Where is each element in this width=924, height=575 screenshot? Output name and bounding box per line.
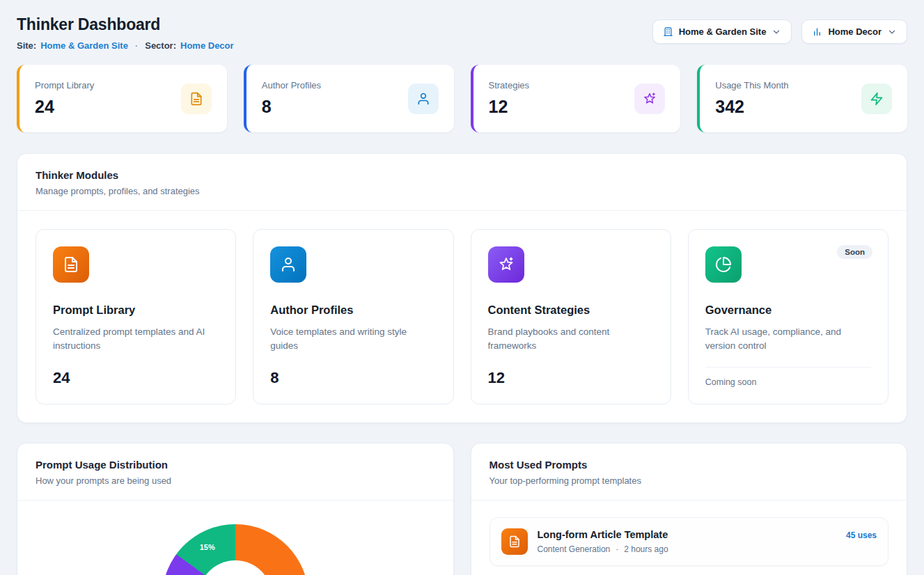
pie-chart-icon xyxy=(705,246,742,283)
bottom-row: Prompt Usage Distribution How your promp… xyxy=(17,443,907,575)
building-icon xyxy=(663,26,673,37)
stat-label: Author Profiles xyxy=(262,80,321,90)
sparkle-star-icon xyxy=(634,84,665,114)
stat-card-prompt-library: Prompt Library 24 xyxy=(17,65,227,132)
header-left: Thinker Dashboard Site: Home & Garden Si… xyxy=(17,15,234,51)
module-count: 24 xyxy=(53,369,219,387)
prompt-uses-badge: 45 uses xyxy=(846,530,877,540)
section-subtitle: Manage prompts, profiles, and strategies xyxy=(36,186,888,196)
header: Thinker Dashboard Site: Home & Garden Si… xyxy=(17,15,907,51)
usage-chart-area: 15% xyxy=(17,501,453,575)
stat-value: 12 xyxy=(489,97,530,117)
chevron-down-icon xyxy=(772,27,781,37)
panel-title: Prompt Usage Distribution xyxy=(36,459,435,471)
stat-card-usage: Usage This Month 342 xyxy=(697,65,907,132)
dashboard-page: Thinker Dashboard Site: Home & Garden Si… xyxy=(0,0,924,575)
module-count: 8 xyxy=(270,369,436,387)
module-description: Centralized prompt templates and AI inst… xyxy=(53,325,219,354)
donut-segment-label: 15% xyxy=(200,543,215,551)
stat-card-strategies: Strategies 12 xyxy=(471,65,681,132)
prompts-list: Long-form Article Template Content Gener… xyxy=(471,501,907,575)
stat-label: Prompt Library xyxy=(35,80,94,90)
module-description: Track AI usage, compliance, and version … xyxy=(705,325,871,354)
donut-hole xyxy=(198,560,272,575)
module-card-content-strategies[interactable]: Content Strategies Brand playbooks and c… xyxy=(471,229,671,404)
most-used-prompts-panel: Most Used Prompts Your top-performing pr… xyxy=(471,443,908,575)
file-text-icon xyxy=(53,246,89,283)
chevron-down-icon xyxy=(887,27,897,37)
section-title: Thinker Modules xyxy=(36,169,888,181)
site-label: Site: xyxy=(17,40,36,51)
module-card-prompt-library[interactable]: Prompt Library Centralized prompt templa… xyxy=(36,229,236,404)
prompt-usage-panel: Prompt Usage Distribution How your promp… xyxy=(17,443,454,575)
user-icon xyxy=(408,84,439,114)
module-title: Prompt Library xyxy=(53,304,219,317)
stat-label: Strategies xyxy=(489,80,530,90)
soon-badge: Soon xyxy=(837,245,872,259)
panel-title: Most Used Prompts xyxy=(490,459,889,471)
site-link[interactable]: Home & Garden Site xyxy=(40,40,128,51)
file-text-icon xyxy=(181,84,212,114)
usage-panel-header: Prompt Usage Distribution How your promp… xyxy=(17,443,453,501)
stat-value: 24 xyxy=(35,97,94,117)
panel-subtitle: Your top-performing prompt templates xyxy=(490,475,889,486)
panel-subtitle: How your prompts are being used xyxy=(36,475,435,486)
separator-dot: · xyxy=(135,40,138,51)
modules-header: Thinker Modules Manage prompts, profiles… xyxy=(17,154,907,211)
module-footer: Coming soon xyxy=(705,367,871,387)
prompt-category: Content Generation xyxy=(538,544,611,554)
prompt-title: Long-form Article Template xyxy=(538,529,836,540)
user-icon xyxy=(270,246,306,283)
module-title: Governance xyxy=(705,304,871,317)
module-description: Voice templates and writing style guides xyxy=(270,325,436,354)
sector-selector-dropdown[interactable]: Home Decor xyxy=(801,19,907,44)
breadcrumb: Site: Home & Garden Site · Sector: Home … xyxy=(17,40,234,51)
stats-row: Prompt Library 24 Author Profiles 8 Stra… xyxy=(17,65,907,132)
module-title: Content Strategies xyxy=(488,304,654,317)
meta-separator: · xyxy=(616,544,618,554)
sector-link[interactable]: Home Decor xyxy=(180,40,234,51)
modules-grid: Prompt Library Centralized prompt templa… xyxy=(17,211,907,423)
sector-label: Sector: xyxy=(145,40,176,51)
module-description: Brand playbooks and content frameworks xyxy=(488,325,654,354)
stat-value: 8 xyxy=(262,97,321,117)
donut-chart: 15% xyxy=(162,524,308,575)
prompts-panel-header: Most Used Prompts Your top-performing pr… xyxy=(471,443,907,501)
stat-label: Usage This Month xyxy=(715,80,788,90)
module-card-author-profiles[interactable]: Author Profiles Voice templates and writ… xyxy=(253,229,453,404)
prompt-list-item[interactable]: Long-form Article Template Content Gener… xyxy=(490,517,889,566)
module-title: Author Profiles xyxy=(270,304,436,317)
sector-selector-label: Home Decor xyxy=(828,26,882,37)
stat-card-author-profiles: Author Profiles 8 xyxy=(244,65,454,132)
module-card-governance[interactable]: Soon Governance Track AI usage, complian… xyxy=(688,229,888,404)
site-selector-label: Home & Garden Site xyxy=(679,26,767,37)
site-selector-dropdown[interactable]: Home & Garden Site xyxy=(652,19,792,44)
thinker-modules-section: Thinker Modules Manage prompts, profiles… xyxy=(17,153,907,423)
header-actions: Home & Garden Site Home Decor xyxy=(652,19,907,44)
prompt-meta: Content Generation · 2 hours ago xyxy=(538,544,836,554)
page-title: Thinker Dashboard xyxy=(17,15,234,34)
module-count: 12 xyxy=(488,369,654,387)
file-text-icon xyxy=(501,528,528,555)
bar-chart-icon xyxy=(812,26,822,37)
sparkle-star-icon xyxy=(488,246,524,283)
stat-value: 342 xyxy=(715,97,788,117)
prompt-time: 2 hours ago xyxy=(624,544,668,554)
lightning-icon xyxy=(861,84,892,114)
